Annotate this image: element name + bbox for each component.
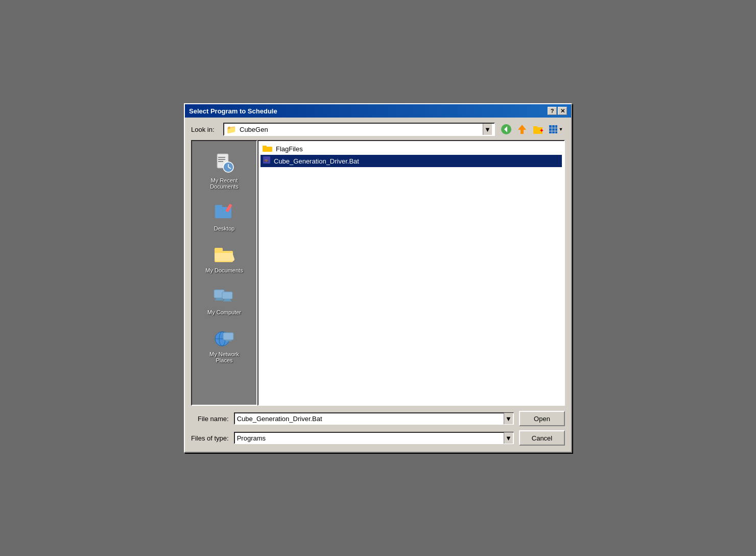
svg-text:✦: ✦ [539, 128, 544, 133]
svg-rect-29 [215, 299, 223, 300]
desktop-icon [212, 199, 237, 223]
open-button[interactable]: Open [519, 411, 565, 426]
file-name-input[interactable] [235, 415, 504, 423]
sidebar-item-documents-label: My Documents [205, 267, 243, 273]
svg-marker-2 [518, 125, 526, 134]
new-folder-icon: ✦ [532, 124, 544, 135]
svg-rect-36 [223, 333, 233, 340]
views-icon [549, 125, 558, 134]
file-type-dropdown-arrow[interactable]: ▼ [504, 432, 513, 444]
main-area: My RecentDocuments Desktop [191, 140, 565, 406]
file-type-input-wrap[interactable]: ▼ [234, 432, 514, 444]
sidebar-item-documents[interactable]: My Documents [196, 237, 252, 277]
file-type-label: Files of type: [191, 434, 229, 442]
svg-rect-8 [555, 125, 557, 128]
recent-icon [212, 151, 237, 175]
close-button[interactable]: ✕ [558, 107, 567, 115]
up-button[interactable] [515, 123, 529, 136]
sidebar-item-recent-label: My RecentDocuments [210, 177, 239, 190]
title-bar-buttons: ? ✕ [548, 107, 567, 115]
svg-rect-16 [218, 157, 225, 158]
toolbar-buttons: ✦ ▼ [499, 123, 565, 136]
svg-rect-17 [218, 159, 225, 160]
documents-icon [212, 241, 237, 265]
look-in-combo[interactable]: 📁 CubeGen ▼ [223, 123, 495, 136]
look-in-dropdown-arrow[interactable]: ▼ [483, 124, 492, 135]
title-bar: Select Program to Schedule ? ✕ [185, 104, 571, 118]
file-name-input-wrap[interactable]: ▼ [234, 412, 514, 425]
select-program-dialog: Select Program to Schedule ? ✕ Look in: … [184, 103, 572, 453]
back-icon [501, 124, 512, 135]
svg-rect-12 [549, 131, 552, 133]
svg-rect-4 [533, 126, 537, 128]
svg-rect-23 [215, 205, 222, 208]
computer-icon [212, 283, 237, 307]
svg-rect-6 [549, 125, 552, 128]
views-dropdown-arrow: ▼ [559, 127, 563, 132]
dialog-title: Select Program to Schedule [189, 107, 277, 115]
network-icon [212, 325, 237, 349]
sidebar-item-computer[interactable]: My Computer [196, 279, 252, 319]
up-icon [516, 124, 528, 135]
help-button[interactable]: ? [548, 107, 557, 115]
svg-rect-10 [552, 128, 555, 131]
dialog-body: Look in: 📁 CubeGen ▼ [185, 118, 571, 452]
svg-rect-14 [555, 131, 557, 133]
file-area[interactable]: FlagFiles 🦇 Cube_Generation_Driver.Bat [257, 140, 565, 406]
sidebar: My RecentDocuments Desktop [191, 140, 257, 406]
look-in-label: Look in: [191, 126, 219, 133]
folder-icon: 📁 [226, 125, 237, 134]
bat-file-icon: 🦇 [263, 156, 271, 166]
svg-rect-7 [552, 125, 555, 128]
sidebar-item-desktop[interactable]: Desktop [196, 195, 252, 235]
folder-item-name: FlagFiles [276, 145, 303, 153]
sidebar-item-network-label: My NetworkPlaces [209, 351, 239, 363]
views-button[interactable]: ▼ [547, 123, 565, 136]
svg-rect-30 [222, 292, 232, 299]
list-item[interactable]: 🦇 Cube_Generation_Driver.Bat [261, 155, 562, 167]
file-type-input[interactable] [235, 434, 504, 442]
svg-rect-31 [224, 299, 230, 300]
svg-rect-37 [225, 340, 231, 341]
file-name-label: File name: [191, 415, 229, 423]
svg-rect-13 [552, 131, 555, 133]
cancel-button[interactable]: Cancel [519, 430, 565, 446]
file-name-dropdown-arrow[interactable]: ▼ [504, 413, 513, 424]
look-in-row: Look in: 📁 CubeGen ▼ [191, 123, 565, 136]
folder-item-icon [263, 144, 273, 154]
svg-rect-39 [263, 146, 267, 148]
svg-rect-26 [215, 248, 223, 252]
bat-file-name: Cube_Generation_Driver.Bat [274, 157, 359, 165]
svg-text:🦇: 🦇 [264, 158, 269, 163]
sidebar-item-network[interactable]: My NetworkPlaces [196, 321, 252, 367]
bottom-area: File name: ▼ Open Cancel Files of type: … [191, 411, 565, 446]
list-item[interactable]: FlagFiles [261, 143, 562, 155]
svg-rect-11 [555, 128, 557, 131]
new-folder-button[interactable]: ✦ [531, 123, 545, 136]
svg-rect-18 [218, 161, 223, 162]
svg-rect-32 [223, 300, 231, 302]
svg-rect-9 [549, 128, 552, 131]
sidebar-item-computer-label: My Computer [207, 309, 241, 315]
sidebar-item-desktop-label: Desktop [214, 225, 234, 231]
svg-rect-28 [216, 298, 222, 299]
action-buttons: Open Cancel [519, 411, 565, 446]
sidebar-item-recent[interactable]: My RecentDocuments [196, 147, 252, 193]
look-in-value: CubeGen [240, 126, 480, 133]
back-button[interactable] [499, 123, 513, 136]
